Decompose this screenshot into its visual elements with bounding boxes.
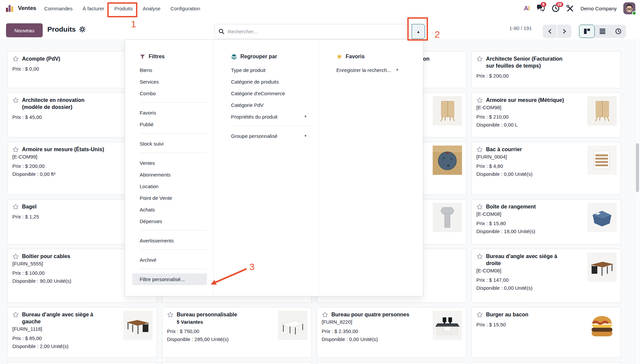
menu-item--facturer[interactable]: À facturer: [82, 4, 105, 13]
favorite-star-icon[interactable]: [476, 311, 483, 318]
filter-item-abonnements[interactable]: Abonnements: [140, 169, 207, 181]
new-button[interactable]: Nouveau: [6, 23, 43, 37]
scrollbar-track[interactable]: [635, 39, 640, 364]
view-activity-button[interactable]: [610, 25, 626, 38]
filter-item-achats[interactable]: Achats: [140, 204, 207, 215]
filter-funnel-icon: [140, 54, 145, 60]
favorite-star-icon[interactable]: [12, 97, 19, 104]
activities-button[interactable]: 28: [552, 4, 560, 12]
pager-next-button[interactable]: [557, 25, 571, 38]
favorite-star-icon[interactable]: [12, 146, 19, 153]
messages-button[interactable]: 9: [536, 4, 545, 12]
gear-icon[interactable]: [79, 26, 86, 33]
caret-down-icon: ▼: [304, 111, 307, 123]
favorite-star-icon[interactable]: [12, 253, 19, 260]
product-card[interactable]: Burger au baconPrix : $ 15,50: [471, 307, 621, 358]
product-title: Bureau d'angle avec siège à gauche: [22, 311, 106, 325]
product-card[interactable]: Boîte de rangement[E-COM08]Prix : $ 15,8…: [471, 199, 621, 244]
filter-item-location[interactable]: Location: [140, 181, 207, 192]
custom-group-item[interactable]: Groupe personnalisé▼: [231, 130, 307, 142]
product-title: Bac à courrier: [486, 146, 522, 153]
group-by-item-product-properties[interactable]: Propriétés du produit▼: [231, 111, 307, 123]
activity-view-icon: [615, 28, 621, 34]
filter-item-favoris[interactable]: Favoris: [140, 107, 207, 119]
filter-item-combo[interactable]: Combo: [140, 88, 207, 99]
favorite-star-icon[interactable]: [12, 56, 19, 62]
product-title: Bagel: [22, 203, 37, 210]
search-input[interactable]: Rechercher...: [214, 24, 412, 39]
product-card[interactable]: Architecte Senior (Facturation sur feuil…: [471, 51, 621, 88]
user-avatar[interactable]: [623, 2, 635, 14]
filter-item-stock-suivi[interactable]: Stock suivi: [140, 138, 207, 150]
company-name[interactable]: Demo Company: [581, 6, 617, 11]
product-image-desk-right: [587, 252, 617, 282]
product-card[interactable]: Bac à courrier[FURN_0004]Prix : $ 4,80Di…: [471, 142, 621, 195]
pager-previous-button[interactable]: [543, 25, 557, 38]
product-image-four-desk: [433, 311, 462, 340]
filter-item-avertissements[interactable]: Avertissements: [140, 235, 207, 246]
product-card[interactable]: Bureau d'angle avec siège à droite[E-COM…: [471, 249, 621, 303]
product-image-white-table: [278, 311, 307, 340]
menu-item-produits[interactable]: Produits: [114, 4, 133, 13]
group-by-item-cat-gorie-de-produits[interactable]: Catégorie de produits: [231, 76, 312, 88]
favorite-star-icon[interactable]: [12, 311, 19, 318]
product-image-cabinet: [587, 96, 617, 126]
separator: [231, 126, 312, 126]
favorite-star-icon[interactable]: [12, 203, 19, 210]
save-search-item[interactable]: Enregistrer la recherch... ▼: [336, 64, 416, 76]
menu-item-commandes[interactable]: Commandes: [44, 4, 73, 13]
favorite-star-icon[interactable]: [476, 253, 483, 260]
filter-item-publi-[interactable]: Publié: [140, 119, 207, 130]
filter-item-point-de-vente[interactable]: Point de Vente: [140, 192, 207, 204]
kanban-view: Acompte (PdV)Prix : $ 0,00Architecte en …: [0, 39, 640, 364]
caret-down-icon: ▼: [304, 130, 307, 142]
product-card[interactable]: Bureau personnalisable5 VariantesPrix : …: [162, 307, 312, 358]
kanban-column-4: Architecte Senior (Facturation sur feuil…: [471, 39, 621, 364]
product-card[interactable]: Bureau d'angle avec siège à gauche[FURN_…: [7, 307, 157, 358]
caret-down-icon: ▼: [396, 64, 399, 76]
product-title: Acompte (PdV): [22, 55, 60, 62]
filter-item-services[interactable]: Services: [140, 76, 207, 88]
group-by-title: Regrouper par: [240, 54, 277, 60]
filter-item-d-penses[interactable]: Dépenses: [140, 215, 207, 227]
product-title: Boîtier pour cables: [22, 253, 70, 260]
app-name[interactable]: Ventes: [18, 5, 36, 12]
odoo-apps-icon[interactable]: [5, 4, 14, 13]
favorite-star-icon[interactable]: [476, 97, 483, 104]
favorite-star-icon[interactable]: [167, 311, 174, 318]
filter-item-archiv-[interactable]: Archivé: [140, 254, 207, 266]
activities-badge: 28: [556, 2, 563, 7]
search-options-toggle[interactable]: ▲: [412, 24, 425, 39]
layers-icon: [231, 54, 237, 60]
group-by-item-cat-gorie-pdv[interactable]: Catégorie PdV: [231, 99, 312, 111]
view-kanban-button[interactable]: [579, 25, 595, 38]
favorite-star-icon: [336, 54, 342, 60]
menu-item-configuration[interactable]: Configuration: [170, 4, 201, 13]
view-list-button[interactable]: [595, 25, 610, 38]
product-card[interactable]: [471, 362, 621, 364]
product-card[interactable]: [162, 362, 312, 364]
product-card[interactable]: [7, 362, 157, 364]
custom-filter-item[interactable]: Filtre personnalisé...: [132, 273, 207, 285]
menu-item-analyse[interactable]: Analyse: [142, 4, 161, 13]
scrollbar-thumb[interactable]: [636, 143, 639, 192]
group-by-item-cat-gorie-d-ecommerce[interactable]: Catégorie d'eCommerce: [231, 88, 312, 99]
ai-icon[interactable]: AI: [524, 5, 530, 12]
group-by-item-type-de-produit[interactable]: Type de produit: [231, 64, 312, 76]
filter-item-biens[interactable]: Biens: [140, 64, 207, 76]
tools-button[interactable]: [566, 5, 574, 12]
favorite-star-icon[interactable]: [322, 311, 328, 318]
product-title: Armoire sur mesure (États-Unis): [22, 146, 104, 153]
favorite-star-icon[interactable]: [476, 56, 483, 62]
favorite-star-icon[interactable]: [476, 146, 483, 153]
messages-badge: 9: [541, 2, 546, 7]
product-card[interactable]: Armoire sur mesure (Métrique)[E-COM98]Pr…: [471, 93, 621, 138]
product-card[interactable]: [317, 362, 466, 364]
product-title: Bureau d'angle avec siège à droite: [486, 253, 570, 267]
view-switcher: [579, 25, 626, 38]
filter-item-ventes[interactable]: Ventes: [140, 157, 207, 169]
favorite-star-icon[interactable]: [476, 203, 483, 210]
separator: [140, 230, 207, 230]
product-card[interactable]: Bureau pour quatre personnes[FURN_8220]P…: [317, 307, 466, 358]
list-view-icon: [600, 29, 605, 34]
